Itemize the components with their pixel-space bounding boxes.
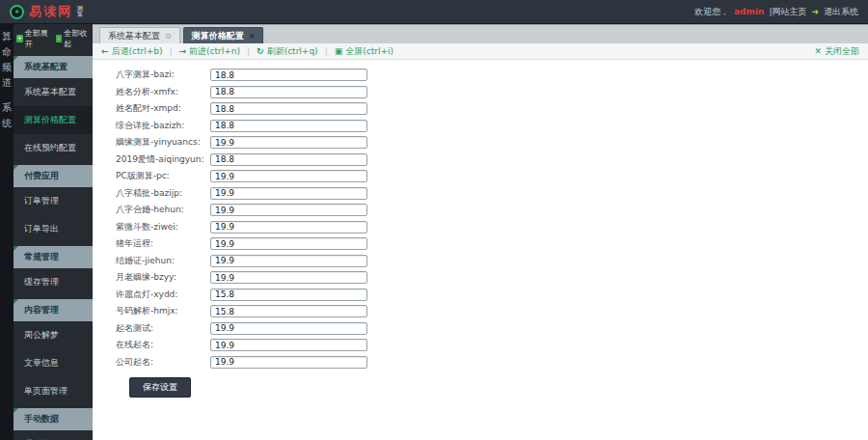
app-logo: ✶ 易读网 测 算	[10, 3, 83, 20]
tab-close-icon[interactable]: ✕	[249, 32, 256, 41]
sidebar-section-header[interactable]: 系统基配置	[14, 56, 93, 78]
toolbar-separator: |	[170, 46, 173, 56]
price-input[interactable]	[210, 271, 367, 284]
sidebar-section-header[interactable]: 常规管理	[14, 246, 93, 268]
form-row: 号码解析-hmjx:	[116, 303, 868, 320]
price-input[interactable]	[210, 86, 367, 98]
back-button[interactable]: ← 后退(ctrl+b)	[101, 45, 163, 58]
price-label: 月老姻缘-bzyy:	[116, 271, 210, 284]
forward-arrow-icon: →	[179, 46, 187, 56]
form-row: 公司起名:	[116, 354, 868, 371]
sidebar-section-header[interactable]: 内容管理	[14, 299, 93, 321]
logout-arrow-icon: ➜	[811, 7, 819, 16]
price-input[interactable]	[210, 170, 367, 182]
tab-close-icon[interactable]: ⊙	[165, 32, 172, 41]
tab-active[interactable]: 测算价格配置✕	[183, 27, 264, 43]
logo-title: 易读网	[29, 3, 72, 20]
sidebar-section-header[interactable]: 付费应用	[14, 165, 93, 187]
sidebar-item[interactable]: 测算价格配置	[14, 106, 93, 134]
form-row: 月老姻缘-bzyy:	[116, 269, 868, 287]
price-label: 八字合婚-hehun:	[116, 204, 210, 216]
price-input[interactable]	[210, 237, 367, 250]
price-label: 姓名配对-xmpd:	[116, 102, 210, 115]
sidebar-item[interactable]: 在线预约配置	[14, 134, 93, 162]
rail-group-1[interactable]: 系统	[2, 101, 12, 130]
price-input[interactable]	[210, 204, 367, 216]
sidebar-item[interactable]: 订单导出	[14, 215, 93, 243]
sidebar-item[interactable]: 单页面管理	[14, 377, 93, 405]
price-input[interactable]	[210, 322, 367, 335]
price-input[interactable]	[210, 255, 367, 267]
rail-group-0[interactable]: 算命频道	[2, 30, 12, 90]
main-area: 系统基本配置⊙测算价格配置✕ ← 后退(ctrl+b) | → 前进(ctrl+…	[93, 24, 868, 440]
collapse-all-button[interactable]: - 全部收起	[56, 28, 91, 49]
price-input[interactable]	[210, 305, 367, 317]
price-input[interactable]	[210, 153, 367, 166]
price-input[interactable]	[210, 187, 367, 200]
tab-bar: 系统基本配置⊙测算价格配置✕	[93, 24, 868, 43]
username: admin	[734, 7, 764, 16]
form-row: 紫微斗数-ziwei:	[116, 219, 868, 236]
minus-icon: -	[56, 35, 63, 42]
form-row: 许愿点灯-xydd:	[116, 287, 868, 304]
price-input[interactable]	[210, 339, 367, 351]
forward-label: 前进(ctrl+n)	[189, 45, 240, 58]
price-label: 2019爱情-aiqingyun:	[116, 153, 210, 166]
price-input[interactable]	[210, 69, 367, 81]
sidebar-item[interactable]: 订单管理	[14, 187, 93, 215]
top-bar: ✶ 易读网 测 算 欢迎您， admin |网站主页 ➜ 退出系统	[0, 0, 868, 24]
sidebar-item[interactable]: 文章信息	[14, 349, 93, 377]
price-label: 紫微斗数-ziwei:	[116, 221, 210, 234]
form-row: 猪年运程:	[116, 235, 868, 253]
price-label: 姻缘测算-yinyuancs:	[116, 136, 210, 149]
form-row: 在线起名:	[116, 337, 868, 354]
sidebar-item[interactable]: 周公解梦	[14, 321, 93, 349]
price-input[interactable]	[210, 102, 367, 115]
logo-subtitle: 测 算	[77, 6, 83, 17]
close-icon: ✕	[814, 46, 822, 56]
save-settings-button[interactable]: 保存设置	[129, 377, 191, 398]
price-label: 在线起名:	[116, 339, 210, 351]
refresh-button[interactable]: ↻ 刷新(ctrl+q)	[257, 45, 318, 58]
price-label: 起名测试:	[116, 322, 210, 335]
tab-inactive[interactable]: 系统基本配置⊙	[99, 27, 180, 43]
form-row: 八字合婚-hehun:	[116, 202, 868, 219]
price-input[interactable]	[210, 136, 367, 149]
price-input[interactable]	[210, 120, 367, 132]
back-arrow-icon: ←	[101, 46, 109, 56]
logout-link[interactable]: 退出系统	[824, 6, 858, 18]
form-row: 八字精批-bazijp:	[116, 185, 868, 203]
sidebar-controls: + 全部展开 - 全部收起	[14, 24, 93, 53]
price-input[interactable]	[210, 356, 367, 369]
expand-all-button[interactable]: + 全部展开	[16, 28, 51, 49]
topbar-user-area: 欢迎您， admin |网站主页 ➜ 退出系统	[694, 6, 858, 18]
back-label: 后退(ctrl+b)	[112, 45, 163, 58]
price-label: 姓名分析-xmfx:	[116, 86, 210, 98]
refresh-label: 刷新(ctrl+q)	[267, 45, 318, 58]
fullscreen-button[interactable]: ▣ 全屏(ctrl+i)	[335, 45, 393, 58]
sidebar-item[interactable]: 手动数据	[14, 430, 93, 440]
sidebar-item[interactable]: 缓存管理	[14, 268, 93, 296]
fullscreen-icon: ▣	[335, 46, 343, 56]
sidebar-section-header[interactable]: 手动数据	[14, 408, 93, 430]
refresh-icon: ↻	[257, 46, 264, 56]
price-label: PC版测算-pc:	[116, 170, 210, 182]
collapse-all-label: 全部收起	[64, 28, 90, 49]
price-label: 八字精批-bazijp:	[116, 187, 210, 200]
fullscreen-label: 全屏(ctrl+i)	[345, 45, 393, 58]
close-all-button[interactable]: ✕ 关闭全部	[814, 45, 859, 58]
sidebar-item[interactable]: 系统基本配置	[14, 78, 93, 106]
form-row: 2019爱情-aiqingyun:	[116, 151, 868, 169]
price-input[interactable]	[210, 289, 367, 301]
welcome-text: 欢迎您，	[694, 6, 729, 18]
logo-ring-icon: ✶	[10, 5, 24, 19]
price-label: 结婚证-jiehun:	[116, 255, 210, 267]
tab-label: 系统基本配置	[108, 30, 160, 42]
close-all-label: 关闭全部	[825, 45, 859, 58]
forward-button[interactable]: → 前进(ctrl+n)	[179, 45, 241, 58]
price-label: 许愿点灯-xydd:	[116, 289, 210, 301]
price-input[interactable]	[210, 221, 367, 234]
site-home-link[interactable]: |网站主页	[769, 6, 806, 18]
form-row: 姓名配对-xmpd:	[116, 100, 868, 118]
sidebar-nav: + 全部展开 - 全部收起 系统基配置系统基本配置测算价格配置在线预约配置付费应…	[14, 24, 93, 440]
